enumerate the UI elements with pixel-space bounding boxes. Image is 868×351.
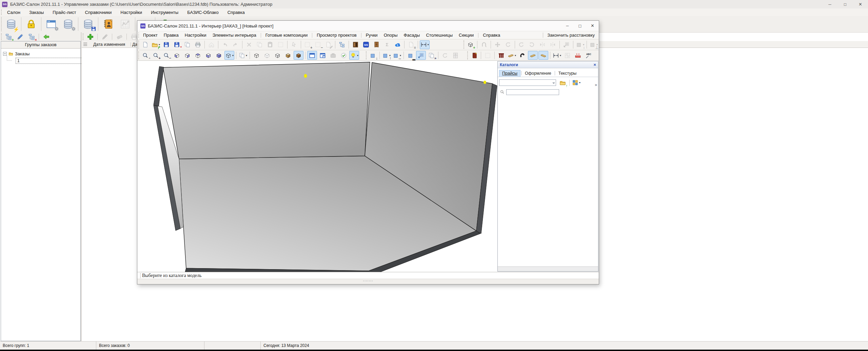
raise-object-icon[interactable]: ↑▾ bbox=[381, 51, 391, 60]
zoom-in-icon[interactable]: + bbox=[151, 51, 161, 60]
view-orientation-icon[interactable]: ▾ bbox=[224, 51, 234, 60]
single-viewport-icon[interactable] bbox=[307, 51, 317, 60]
designer-maximize-button[interactable]: □ bbox=[574, 21, 586, 31]
print-icon[interactable] bbox=[193, 40, 203, 49]
catalog-tab-textures[interactable]: Текстуры bbox=[556, 70, 579, 77]
catalog-view-mode-icon[interactable]: ▾ bbox=[571, 78, 581, 87]
copy-object-icon[interactable]: + bbox=[466, 40, 475, 49]
light-marker-1[interactable] bbox=[304, 74, 307, 78]
lighting-icon[interactable]: ▾ bbox=[349, 51, 359, 60]
text-annotation-icon[interactable] bbox=[584, 51, 593, 60]
corner-element-dropdown[interactable]: ▾ bbox=[515, 54, 516, 57]
list-menu-icon[interactable] bbox=[83, 43, 87, 46]
menu-compositions[interactable]: Готовые композиции bbox=[262, 33, 311, 38]
menu-countertops[interactable]: Столешницы bbox=[423, 33, 456, 38]
sequence-placement-icon[interactable]: » bbox=[427, 51, 436, 60]
corner-element-icon[interactable]: ▾ bbox=[507, 51, 517, 60]
open-project-icon[interactable]: ↱▾ bbox=[151, 40, 161, 49]
delete-group-icon[interactable]: × bbox=[26, 32, 37, 41]
menu-edit[interactable]: Правка bbox=[161, 33, 182, 38]
tree-item-selected[interactable]: 1 bbox=[16, 58, 82, 64]
menu-interior-elements[interactable]: Элементы интерьера bbox=[210, 33, 259, 38]
menu-settings[interactable]: Настройки bbox=[182, 33, 210, 38]
hidden-lines-display-icon[interactable] bbox=[262, 51, 272, 60]
catalog-header[interactable]: Каталоги × bbox=[498, 61, 598, 68]
maximize-button[interactable]: □ bbox=[837, 0, 853, 8]
menu-pricelist[interactable]: Прайс-лист bbox=[48, 10, 80, 15]
catalog-body[interactable] bbox=[498, 96, 598, 266]
menu-sections[interactable]: Секции bbox=[456, 33, 477, 38]
menu-directories[interactable]: Справочники bbox=[81, 10, 116, 15]
database-connect-icon[interactable]: ⚡ bbox=[3, 17, 19, 32]
export-project-icon[interactable] bbox=[182, 40, 192, 49]
wireframe-display-icon[interactable] bbox=[252, 51, 261, 60]
quick-check-icon[interactable] bbox=[339, 51, 349, 60]
lock-database-icon[interactable] bbox=[23, 17, 39, 32]
tree-node-orders[interactable]: Заказы bbox=[2, 51, 80, 57]
drop-object-icon[interactable]: ↓ bbox=[368, 51, 378, 60]
object-width-icon[interactable]: ↔▾ bbox=[392, 51, 402, 60]
catalog-tab-prices[interactable]: Прайсы bbox=[499, 70, 520, 77]
zoom-window-icon[interactable]: ▫ bbox=[140, 51, 150, 60]
edit-group-icon[interactable] bbox=[15, 32, 25, 41]
view-left-icon[interactable] bbox=[193, 51, 203, 60]
database-settings-icon[interactable] bbox=[60, 17, 76, 32]
designer-minimize-button[interactable]: ─ bbox=[561, 21, 574, 31]
menu-project[interactable]: Проект bbox=[140, 33, 161, 38]
vertical-panel-icon[interactable] bbox=[538, 51, 548, 60]
wardrobe-builder-icon[interactable] bbox=[372, 40, 381, 49]
room-wall-left[interactable] bbox=[163, 62, 370, 159]
back-icon[interactable] bbox=[41, 32, 52, 41]
catalog-tab-decor[interactable]: Оформление bbox=[522, 70, 554, 77]
menu-help[interactable]: Справка bbox=[480, 33, 503, 38]
decorative-railing-icon[interactable] bbox=[496, 51, 506, 60]
new-project-icon[interactable] bbox=[140, 40, 150, 49]
catalog-close-icon[interactable]: × bbox=[593, 62, 596, 67]
designer-close-button[interactable]: × bbox=[586, 21, 599, 31]
menu-bazis-cloud[interactable]: БАЗИС-Облако bbox=[183, 10, 223, 15]
menu-project-view[interactable]: Просмотр проектов bbox=[314, 33, 360, 38]
combo-dropdown-icon[interactable] bbox=[552, 82, 555, 85]
catalog-import-icon[interactable]: ↑ bbox=[558, 78, 568, 87]
zoom-out-icon[interactable]: − bbox=[161, 51, 171, 60]
place-on-floor-icon[interactable]: ▂ bbox=[406, 51, 415, 60]
menu-help[interactable]: Справка bbox=[223, 10, 249, 15]
horizontal-panel-icon[interactable] bbox=[528, 51, 538, 60]
menu-handles[interactable]: Ручки bbox=[363, 33, 381, 38]
catalog-expand-button[interactable]: » bbox=[595, 82, 597, 87]
view-orientation-dropdown[interactable]: ▾ bbox=[232, 54, 234, 57]
catalog-search-input[interactable] bbox=[506, 89, 559, 95]
add-order-icon[interactable] bbox=[85, 32, 96, 41]
dimensions-mode-dropdown[interactable]: ▾ bbox=[428, 43, 429, 46]
finish-placement-button[interactable]: Закончить расстановку bbox=[543, 33, 599, 38]
cabinet-dimensions-icon[interactable]: ▾ bbox=[552, 51, 562, 60]
split-viewport-icon[interactable] bbox=[318, 51, 328, 60]
menu-orders[interactable]: Заказы bbox=[25, 10, 48, 15]
light-marker-2[interactable] bbox=[484, 80, 486, 84]
scene-layers-icon[interactable]: ▾ bbox=[238, 51, 248, 60]
database-save-icon[interactable] bbox=[80, 17, 96, 32]
menu-settings[interactable]: Настройки bbox=[116, 10, 146, 15]
save-project-as-icon[interactable]: * bbox=[172, 40, 182, 49]
bazis-editor-icon[interactable] bbox=[361, 40, 371, 49]
cabinet-dimensions-dropdown[interactable]: ▾ bbox=[560, 54, 561, 57]
save-project-icon[interactable] bbox=[161, 40, 171, 49]
view-back-icon[interactable] bbox=[182, 51, 192, 60]
menu-facades[interactable]: Фасады bbox=[401, 33, 423, 38]
catalog-combo[interactable] bbox=[499, 79, 556, 86]
open-catalog-icon[interactable] bbox=[469, 51, 479, 60]
app-settings-icon[interactable] bbox=[43, 17, 59, 32]
add-group-icon[interactable]: + bbox=[3, 32, 14, 41]
sliding-doors-icon[interactable] bbox=[351, 40, 360, 49]
handles-set-icon[interactable] bbox=[517, 51, 527, 60]
shaded-display-icon[interactable] bbox=[283, 51, 293, 60]
design-viewport[interactable]: Каталоги × ПрайсыОформлениеТекстуры ↑▾ » bbox=[137, 61, 599, 272]
flat-display-icon[interactable] bbox=[273, 51, 282, 60]
contacts-book-icon[interactable] bbox=[100, 17, 116, 32]
measurement-icon[interactable] bbox=[573, 51, 583, 60]
tree-expander-icon[interactable] bbox=[3, 52, 7, 56]
view-front-icon[interactable] bbox=[172, 51, 182, 60]
view-right-icon[interactable] bbox=[203, 51, 213, 60]
view-isometric-icon[interactable] bbox=[214, 51, 224, 60]
menu-supports[interactable]: Опоры bbox=[381, 33, 401, 38]
